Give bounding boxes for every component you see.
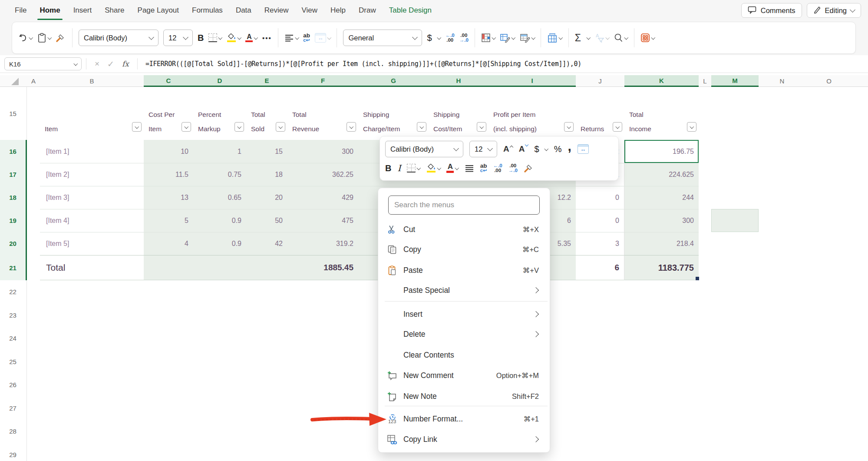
format-as-table-button[interactable] — [500, 33, 515, 43]
tab-file[interactable]: File — [15, 0, 26, 21]
autofit-icon[interactable]: ↔ — [578, 144, 589, 154]
row-header-24[interactable]: 24 — [0, 327, 26, 350]
table-header-incl-shipping[interactable]: Profit per Item(incl. shipping) — [488, 87, 576, 140]
cell-B20[interactable]: [Item 5] — [40, 232, 144, 255]
fill-color-button[interactable] — [227, 33, 241, 43]
cell-K19[interactable]: 300 — [624, 209, 699, 232]
find-button[interactable] — [614, 33, 628, 43]
column-header-J[interactable]: J — [576, 75, 624, 87]
increase-font-size-button[interactable]: A — [503, 144, 513, 154]
paste-button[interactable] — [37, 33, 51, 43]
tab-draw[interactable]: Draw — [359, 0, 376, 21]
row-header-16[interactable]: 16 — [0, 140, 26, 163]
tab-help[interactable]: Help — [330, 0, 346, 21]
filter-button-revenue[interactable] — [347, 122, 356, 132]
menu-item-new-note[interactable]: New NoteShift+F2 — [378, 386, 550, 406]
row-header-23[interactable]: 23 — [0, 303, 26, 327]
menu-item-paste[interactable]: Paste⌘+V — [378, 260, 550, 280]
cell-K21[interactable]: 1183.775 — [624, 255, 699, 280]
cell-C20[interactable]: 4 — [144, 232, 193, 255]
tab-formulas[interactable]: Formulas — [192, 0, 223, 21]
cell-B21[interactable]: Total — [40, 255, 144, 280]
alignment-button[interactable] — [284, 34, 299, 42]
filter-button-sold[interactable] — [276, 122, 285, 132]
cell-K18[interactable]: 244 — [624, 186, 699, 209]
apps-button[interactable] — [640, 33, 655, 43]
mini-comma-style-button[interactable]: , — [568, 144, 571, 149]
column-header-D[interactable]: D — [193, 75, 246, 87]
mini-decrease-decimal-button[interactable]: ←.0.00 — [493, 163, 502, 173]
column-header-B[interactable]: B — [40, 75, 144, 87]
filter-button-incl-shipping[interactable] — [564, 122, 574, 132]
mini-font-color-button[interactable]: A — [446, 163, 459, 173]
sort-filter-button[interactable]: A — [595, 33, 609, 43]
column-header-O[interactable]: O — [805, 75, 852, 87]
row-header-29[interactable]: 29 — [0, 443, 26, 461]
mini-currency-button[interactable]: $ — [534, 144, 548, 154]
table-header-item[interactable]: Cost PerItem — [144, 87, 193, 140]
cell-C16[interactable]: 10 — [144, 140, 193, 163]
cell-F18[interactable]: 429 — [287, 186, 358, 209]
cell-F21[interactable]: 1885.45 — [287, 255, 358, 280]
menu-item-insert[interactable]: Insert — [378, 304, 550, 324]
table-header-sold[interactable]: TotalSold — [246, 87, 287, 140]
insert-cells-button[interactable] — [547, 33, 562, 43]
decrease-font-size-button[interactable]: A — [519, 144, 528, 154]
row-header-15[interactable]: 15 — [0, 87, 26, 140]
column-header-C[interactable]: C — [144, 75, 193, 87]
enter-icon[interactable]: ✓ — [107, 59, 114, 69]
mini-fill-color-button[interactable] — [426, 164, 441, 173]
table-header-charge-item[interactable]: ShippingCharge/Item — [358, 87, 429, 140]
column-header-M[interactable]: M — [711, 75, 759, 87]
cell-M19[interactable] — [711, 209, 759, 232]
cell-K20[interactable]: 218.4 — [624, 232, 699, 255]
more-font-options-button[interactable]: ••• — [262, 34, 272, 42]
select-all-corner[interactable] — [11, 78, 19, 85]
cell-D20[interactable]: 0.9 — [193, 232, 246, 255]
filter-button-item[interactable] — [182, 122, 191, 132]
autosum-button[interactable]: Σ — [575, 32, 590, 44]
row-header-26[interactable]: 26 — [0, 373, 26, 396]
menu-item-delete[interactable]: Delete — [378, 324, 550, 344]
menu-item-copy-link[interactable]: Copy Link — [378, 429, 550, 449]
filter-button-item[interactable] — [132, 122, 142, 132]
cell-B18[interactable]: [Item 3] — [40, 186, 144, 209]
column-header-N[interactable]: N — [759, 75, 805, 87]
column-header-K[interactable]: K — [624, 75, 699, 87]
selected-cell-K16[interactable]: 196.75 — [624, 140, 699, 163]
tab-share[interactable]: Share — [105, 0, 124, 21]
cell-F16[interactable]: 300 — [287, 140, 358, 163]
cell-B16[interactable]: [Item 1] — [40, 140, 144, 163]
cell-D18[interactable]: 0.65 — [193, 186, 246, 209]
row-header-20[interactable]: 20 — [0, 232, 26, 255]
comments-button[interactable]: Comments — [741, 3, 802, 18]
tab-data[interactable]: Data — [236, 0, 251, 21]
insert-function-icon[interactable]: fx — [122, 60, 129, 68]
format-painter-button[interactable] — [56, 33, 66, 43]
mini-wrap-text-button[interactable]: abc↩ — [480, 163, 487, 173]
cell-F17[interactable]: 362.25 — [287, 163, 358, 186]
menu-item-clear-contents[interactable]: Clear Contents — [378, 345, 550, 365]
mini-format-painter-button[interactable] — [524, 163, 534, 173]
tab-table-design[interactable]: Table Design — [389, 0, 432, 21]
cell-C19[interactable]: 5 — [144, 209, 193, 232]
cell-styles-button[interactable] — [520, 33, 535, 43]
column-header-F[interactable]: F — [287, 75, 358, 87]
font-name-select[interactable]: Calibri (Body) — [79, 30, 158, 46]
cell-C18[interactable]: 13 — [144, 186, 193, 209]
mini-font-name-select[interactable]: Calibri (Body) — [385, 141, 463, 157]
bold-button[interactable]: B — [198, 33, 204, 43]
cell-F19[interactable]: 475 — [287, 209, 358, 232]
column-header-I[interactable]: I — [488, 75, 576, 87]
table-header-revenue[interactable]: TotalRevenue — [287, 87, 358, 140]
menu-item-paste-special[interactable]: Paste Special — [378, 280, 550, 300]
cell-C17[interactable]: 11.5 — [144, 163, 193, 186]
cell-J18[interactable]: 0 — [576, 186, 624, 209]
filter-button-markup[interactable] — [234, 122, 244, 132]
cell-D17[interactable]: 0.75 — [193, 163, 246, 186]
mini-italic-button[interactable]: I — [397, 163, 401, 173]
formula-text[interactable]: =IFERROR(([@[Total Sold]]-[@Returns])*[@… — [145, 60, 581, 68]
cell-J20[interactable]: 3 — [576, 232, 624, 255]
mini-increase-decimal-button[interactable]: .00→.0 — [508, 163, 518, 173]
cell-D21[interactable] — [193, 255, 246, 280]
